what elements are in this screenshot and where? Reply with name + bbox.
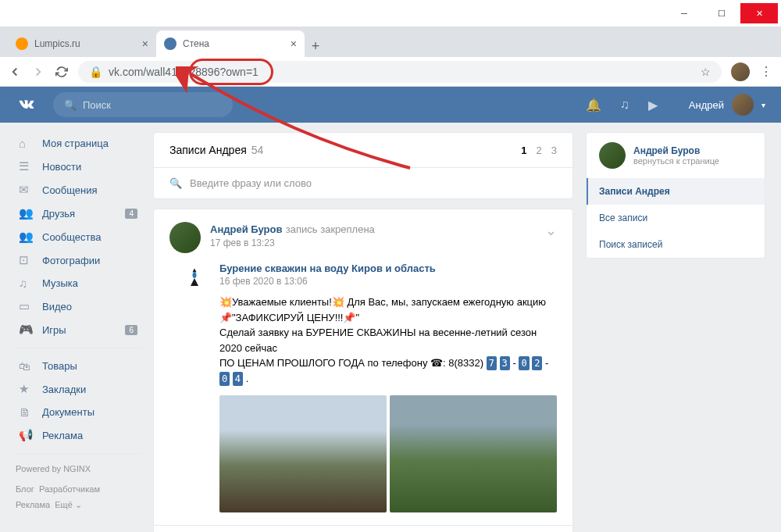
tab-label: Стена [183, 38, 209, 49]
tab-label: Lumpics.ru [34, 38, 80, 49]
profile-avatar[interactable] [731, 62, 750, 81]
vk-search-input[interactable]: 🔍 Поиск [53, 92, 233, 117]
sidebar-footer: Powered by NGINX Блог Разработчикам Рекл… [16, 462, 141, 512]
sidebar-label: Видео [42, 301, 72, 312]
link-ads[interactable]: Реклама [16, 500, 50, 509]
search-icon: 🔍 [169, 177, 182, 189]
post-card: Андрей Буров запись закреплена 17 фев в … [153, 209, 573, 532]
post-author[interactable]: Андрей Буров [210, 223, 282, 235]
sidebar-item-docs[interactable]: 🗎Документы [16, 401, 141, 423]
badge: 6 [125, 325, 137, 335]
video-icon[interactable]: ▶ [648, 98, 658, 112]
music-icon: ♫ [19, 277, 34, 290]
video-icon: ▭ [19, 299, 34, 313]
friends-icon: 👥 [19, 206, 34, 220]
link-blog[interactable]: Блог [16, 484, 34, 494]
vk-user-menu[interactable]: Андрей ▾ [689, 94, 765, 116]
photo-2[interactable] [390, 395, 557, 512]
reload-button[interactable] [55, 65, 69, 79]
repost-logo[interactable] [179, 262, 210, 294]
news-icon: ☰ [19, 159, 34, 173]
sidebar-label: Закладки [42, 384, 86, 395]
close-button[interactable]: ✕ [740, 3, 778, 23]
placeholder: Введите фразу или слово [190, 177, 312, 189]
sidebar-item-music[interactable]: ♫Музыка [16, 272, 141, 295]
sidebar-label: Игры [42, 324, 66, 336]
sidebar-item-ads[interactable]: 📢Реклама [16, 423, 141, 447]
sidebar-label: Реклама [42, 430, 83, 441]
link-dev[interactable]: Разработчикам [39, 484, 100, 494]
close-icon[interactable]: × [142, 37, 148, 50]
tab-vk-wall[interactable]: Стена × [156, 30, 305, 57]
star-icon: ★ [19, 382, 34, 396]
minimize-button[interactable]: ─ [665, 3, 703, 23]
notifications-icon[interactable]: 🔔 [586, 98, 601, 112]
tab-lumpics[interactable]: Lumpics.ru × [8, 30, 156, 57]
sidebar-item-groups[interactable]: 👥Сообщества [16, 225, 141, 248]
new-tab-button[interactable]: + [305, 35, 326, 57]
chevron-down-icon: ▾ [761, 101, 765, 109]
vk-logo[interactable] [16, 94, 37, 116]
filter-search-posts[interactable]: Поиск записей [587, 231, 765, 258]
forward-button[interactable] [31, 65, 45, 79]
games-icon: 🎮 [19, 323, 34, 337]
sidebar-item-news[interactable]: ☰Новости [16, 155, 141, 178]
post-avatar[interactable] [169, 222, 201, 253]
repost-title[interactable]: Бурение скважин на воду Киров и область [219, 262, 557, 274]
sidebar-label: Сообщества [42, 231, 102, 243]
post-menu-icon[interactable]: ⌄ [545, 222, 557, 239]
filter-all-posts[interactable]: Все записи [587, 205, 765, 231]
search-icon: 🔍 [64, 99, 77, 111]
right-sidebar: Андрей Буров вернуться к странице Записи… [586, 132, 765, 532]
filter-own-posts[interactable]: Записи Андрея [587, 178, 765, 205]
sidebar-item-market[interactable]: 🛍Товары [16, 355, 141, 377]
separator [16, 348, 141, 348]
url-input[interactable]: 🔒 vk.com/wall413828896?own=1 ☆ [78, 61, 722, 83]
sidebar-label: Сообщения [42, 184, 98, 196]
wall-search-input[interactable]: 🔍 Введите фразу или слово [154, 167, 572, 198]
page-2[interactable]: 2 [537, 145, 542, 156]
profile-avatar[interactable] [599, 142, 626, 169]
sidebar-item-friends[interactable]: 👥Друзья4 [16, 202, 141, 225]
window-titlebar: ─ ☐ ✕ [0, 0, 781, 27]
star-icon[interactable]: ☆ [701, 66, 711, 78]
page-1[interactable]: 1 [521, 145, 526, 156]
messages-icon: ✉ [19, 183, 34, 197]
sidebar-label: Друзья [42, 208, 75, 220]
address-bar: 🔒 vk.com/wall413828896?own=1 ☆ ⋮ [0, 57, 781, 87]
post-photos [219, 395, 557, 512]
sidebar-item-messages[interactable]: ✉Сообщения [16, 178, 141, 202]
docs-icon: 🗎 [19, 405, 34, 419]
vk-header: 🔍 Поиск 🔔 ♫ ▶ Андрей ▾ [0, 87, 781, 123]
search-placeholder: Поиск [83, 99, 111, 111]
sidebar-item-games[interactable]: 🎮Игры6 [16, 318, 141, 341]
post-date: 17 фев в 13:23 [210, 237, 536, 248]
home-icon: ⌂ [19, 137, 34, 150]
market-icon: 🛍 [19, 359, 34, 373]
sidebar-item-bookmarks[interactable]: ★Закладки [16, 377, 141, 401]
menu-button[interactable]: ⋮ [759, 65, 773, 79]
ads-icon: 📢 [19, 428, 34, 442]
separator [16, 453, 141, 454]
profile-name[interactable]: Андрей Буров [633, 145, 719, 156]
wall-title: Записи Андрея54 [169, 144, 263, 156]
sidebar-item-photos[interactable]: ⊡Фотографии [16, 248, 141, 272]
favicon-icon [164, 37, 177, 50]
photo-1[interactable] [219, 395, 387, 512]
sidebar-item-profile[interactable]: ⌂Моя страница [16, 132, 141, 155]
close-icon[interactable]: × [291, 37, 297, 50]
main-column: Записи Андрея54 1 2 3 🔍 Введите фразу ил… [153, 132, 573, 532]
music-icon[interactable]: ♫ [620, 98, 629, 112]
repost-date: 16 фев 2020 в 13:06 [219, 276, 557, 287]
link-more[interactable]: Ещё ⌄ [55, 500, 82, 509]
sidebar-label: Документы [42, 406, 95, 418]
groups-icon: 👥 [19, 230, 34, 244]
sidebar-label: Товары [42, 360, 77, 372]
back-link[interactable]: вернуться к странице [633, 156, 719, 166]
page-3[interactable]: 3 [551, 145, 557, 156]
url-text: vk.com/wall413828896?own=1 [109, 66, 259, 78]
sidebar-label: Моя страница [42, 137, 109, 149]
sidebar-item-video[interactable]: ▭Видео [16, 295, 141, 318]
maximize-button[interactable]: ☐ [703, 3, 740, 23]
back-button[interactable] [8, 65, 22, 79]
